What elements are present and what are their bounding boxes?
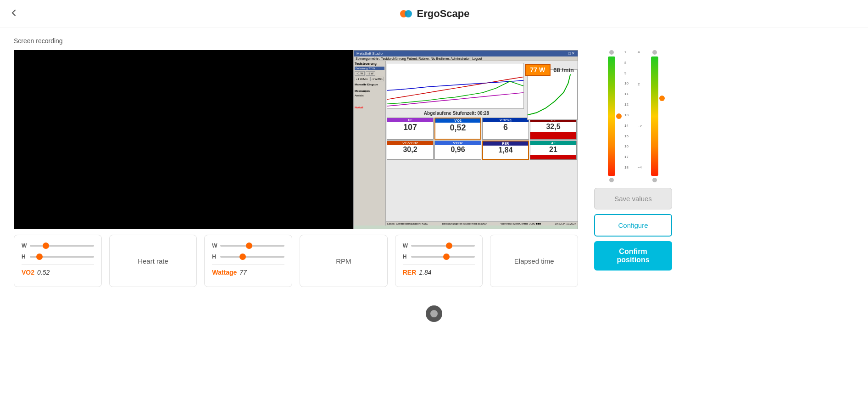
vo2-metric-name: VO2: [22, 269, 34, 276]
save-values-button[interactable]: Save values: [594, 188, 672, 209]
action-buttons: Save values Configure Confirm positions: [594, 188, 672, 271]
metrics-cards-row: W H VO2: [14, 235, 578, 287]
vo2-metric-value: 0.52: [37, 269, 50, 276]
main-content: Screen recording MetaSoft Studio — □ ✕ S…: [0, 28, 868, 296]
footer-dot: [426, 305, 442, 322]
elapsed-time-card: Elapsed time: [490, 235, 578, 287]
wattage-w-slider-row: W: [212, 242, 284, 249]
right-gauge-bottom: [652, 178, 657, 182]
configure-button[interactable]: Configure: [594, 214, 672, 237]
ms-menubar: Spiroergometrie : Testdurchführung Patie…: [354, 56, 578, 61]
rpm-title: RPM: [336, 242, 351, 279]
wattage-h-track[interactable]: [220, 256, 284, 258]
ms-controls: — □ ✕: [564, 51, 575, 56]
footer: [0, 305, 868, 322]
rer-card: W H RER: [395, 235, 483, 287]
ms-left-panel: Teststeuerung Belastung 77 W +1 W -1 W +…: [354, 61, 386, 226]
confirm-positions-button[interactable]: Confirm positions: [594, 241, 672, 271]
footer-dot-inner: [430, 310, 438, 317]
rer-metric-name: RER: [403, 269, 417, 276]
wattage-w-label: W: [212, 242, 217, 249]
ms-title: MetaSoft Studio: [356, 51, 383, 56]
left-gauge: [608, 50, 615, 182]
vo2-h-slider-row: H: [22, 254, 94, 260]
rpm-card: RPM: [300, 235, 388, 287]
rer-sliders: W H: [403, 242, 475, 260]
rer-w-label: W: [403, 242, 408, 249]
gauge-top-indicator: [609, 50, 614, 55]
vo2-w-track[interactable]: [30, 245, 94, 247]
vo2-sliders: W H: [22, 242, 94, 260]
ms-step-time: Abgelaufene Stufenzeit: 00:28: [424, 111, 489, 116]
wattage-card: W H Watt: [204, 235, 292, 287]
left-gauge-bar: [608, 56, 615, 176]
ms-body: Teststeuerung Belastung 77 W +1 W -1 W +…: [354, 61, 578, 226]
ms-main-area: 77 W 68 /min: [386, 61, 578, 226]
left-gauge-marker: [616, 113, 622, 119]
vo2-value-row: VO2 0.52: [22, 269, 94, 276]
app-header: ErgoScape: [0, 0, 868, 28]
vo2-w-label: W: [22, 242, 27, 249]
rer-w-track[interactable]: [411, 245, 475, 247]
wattage-value-row: Wattage 77: [212, 269, 284, 276]
left-gauge-numbers: 7 8 9 10 11 12 13 14 15 16 17 18: [624, 50, 629, 169]
right-gauge-bar: [651, 56, 658, 176]
content-row: MetaSoft Studio — □ ✕ Spiroergometrie : …: [14, 50, 854, 287]
right-gauge-top: [652, 50, 657, 55]
wattage-h-slider-row: H: [212, 254, 284, 260]
app-title: ErgoScape: [417, 8, 470, 20]
rer-h-label: H: [403, 254, 408, 260]
vo2-h-label: H: [22, 254, 27, 260]
gauge-area: 7 8 9 10 11 12 13 14 15 16 17 18 4: [608, 50, 658, 182]
ms-wattage-display: 77 W: [530, 66, 545, 73]
wattage-h-label: H: [212, 254, 217, 260]
ms-rpm-display: 68 /min: [553, 67, 574, 73]
vo2-w-slider-row: W: [22, 242, 94, 249]
video-area: MetaSoft Studio — □ ✕ Spiroergometrie : …: [14, 50, 578, 287]
section-label: Screen recording: [14, 37, 854, 45]
rer-metric-value: 1.84: [419, 269, 431, 276]
screen-recording-video[interactable]: MetaSoft Studio — □ ✕ Spiroergometrie : …: [14, 50, 578, 229]
rer-value-row: RER 1.84: [403, 269, 475, 276]
heart-rate-card: Heart rate: [109, 235, 197, 287]
back-button[interactable]: [9, 8, 18, 20]
vo2-h-track[interactable]: [30, 256, 94, 258]
right-gauge: [651, 50, 658, 182]
rer-h-track[interactable]: [411, 256, 475, 258]
svg-point-1: [405, 10, 412, 17]
wattage-sliders: W H: [212, 242, 284, 260]
metasoft-window: MetaSoft Studio — □ ✕ Spiroergometrie : …: [353, 50, 578, 229]
wattage-metric-name: Wattage: [212, 269, 237, 276]
rer-w-slider-row: W: [403, 242, 475, 249]
vo2-card: W H VO2: [14, 235, 102, 287]
gauge-bottom-indicator: [609, 178, 614, 182]
right-gauge-marker: [659, 96, 665, 101]
rer-h-slider-row: H: [403, 254, 475, 260]
heart-rate-title: Heart rate: [138, 242, 168, 279]
wattage-metric-value: 77: [239, 269, 247, 276]
app-logo: ErgoScape: [399, 6, 470, 21]
right-gauge-numbers: 4 2 −2 −4: [638, 50, 642, 169]
elapsed-time-title: Elapsed time: [514, 242, 554, 279]
ergoscape-logo-icon: [399, 6, 413, 21]
right-panel: 7 8 9 10 11 12 13 14 15 16 17 18 4: [587, 50, 679, 271]
wattage-w-track[interactable]: [220, 245, 284, 247]
ms-titlebar: MetaSoft Studio — □ ✕: [354, 51, 578, 56]
